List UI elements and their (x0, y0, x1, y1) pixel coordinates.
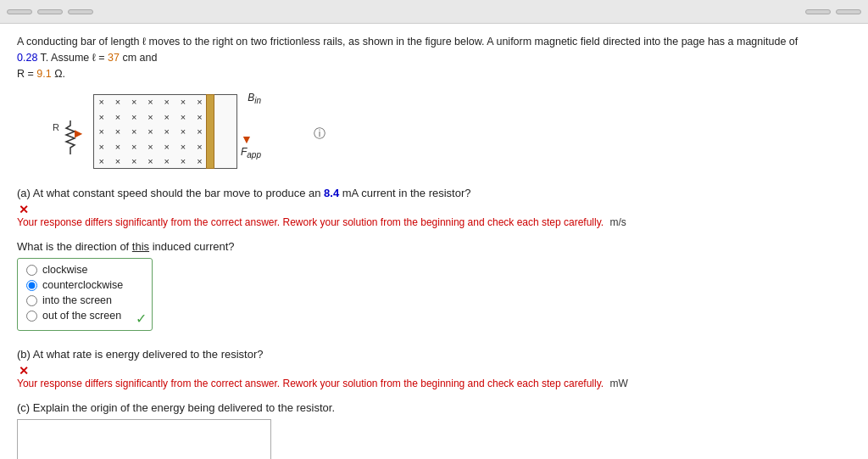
fapp-label: ▼ Fapp (241, 132, 261, 160)
radio-group-direction: clockwise counterclockwise into the scre… (17, 258, 153, 331)
B-value: 0.28 (17, 52, 37, 64)
radio-out-of-screen[interactable]: out of the screen (26, 310, 143, 322)
part-a-label: (a) At what constant speed should the ba… (17, 187, 814, 199)
l-value: 37 (108, 52, 120, 64)
part-c-section: (c) Explain the origin of the energy bei… (17, 401, 814, 459)
radio-into-screen[interactable]: into the screen (26, 294, 143, 306)
radio-counterclockwise[interactable]: counterclockwise (26, 279, 143, 291)
part-a-section: (a) At what constant speed should the ba… (17, 187, 814, 228)
problem-text-after: cm and (120, 52, 157, 64)
main-content: A conducting bar of length ℓ moves to th… (0, 24, 831, 459)
check-mark: ✓ (136, 311, 147, 327)
part-b-error-x: ✕ (17, 364, 814, 378)
radio-clockwise[interactable]: clockwise (26, 264, 143, 276)
direction-section: What is the direction of this induced cu… (17, 240, 814, 331)
diagram: × × × × × × × × × × × × × × × (76, 90, 263, 175)
topbar-btn-5[interactable] (836, 9, 861, 14)
info-icon[interactable]: ⓘ (314, 126, 326, 142)
problem-text-before: A conducting bar of length ℓ moves to th… (17, 36, 798, 48)
figure-area: R ▶ × × × × × × × (51, 90, 814, 175)
topbar-btn-4[interactable] (805, 9, 831, 14)
topbar-btn-1[interactable] (7, 9, 32, 14)
problem-R-unit: Ω. (52, 68, 65, 80)
problem-statement: A conducting bar of length ℓ moves to th… (17, 34, 814, 81)
part-c-answer[interactable] (17, 419, 271, 459)
direction-question: What is the direction of this induced cu… (17, 240, 814, 253)
R-label: R (53, 122, 59, 132)
topbar-btn-2[interactable] (37, 9, 63, 14)
part-a-error-x: ✕ (17, 203, 814, 216)
conducting-bar (206, 94, 214, 169)
part-c-label: (c) Explain the origin of the energy bei… (17, 401, 814, 414)
part-a-error-msg: Your response differs significantly from… (17, 216, 814, 228)
bin-label: Bin (248, 92, 261, 105)
top-bar (0, 0, 868, 24)
topbar-btn-3[interactable] (68, 9, 93, 14)
R-value: 9.1 (36, 68, 51, 80)
label-counterclockwise: counterclockwise (42, 279, 123, 291)
problem-text-middle: T. Assume ℓ = (37, 52, 108, 64)
label-clockwise: clockwise (42, 264, 88, 276)
label-out-of-screen: out of the screen (42, 310, 121, 322)
part-b-label: (b) At what rate is energy delivered to … (17, 348, 814, 361)
rail-box (93, 94, 237, 169)
part-b-section: (b) At what rate is energy delivered to … (17, 348, 814, 389)
problem-second-line: R = (17, 68, 36, 80)
part-b-error-msg: Your response differs significantly from… (17, 378, 814, 389)
label-into-screen: into the screen (42, 294, 112, 306)
